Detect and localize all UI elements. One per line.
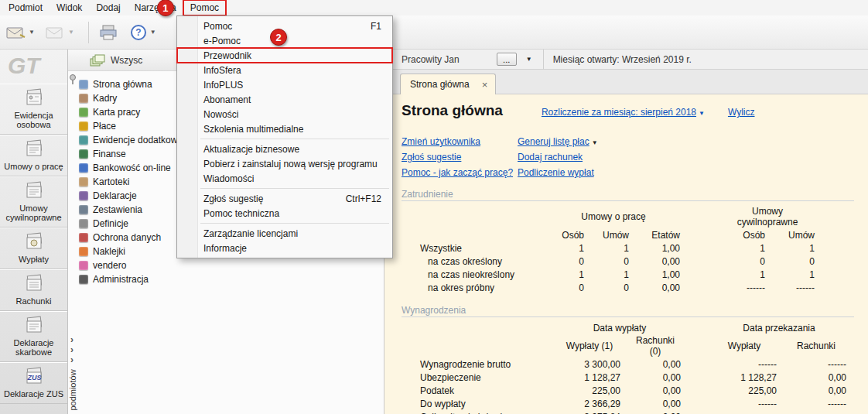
contract-icon — [22, 181, 46, 202]
table-cell — [411, 205, 542, 228]
help-menu-item-zglos-sugestie[interactable]: Zgłoś sugestięCtrl+F12 — [177, 191, 392, 206]
close-icon[interactable]: × — [482, 79, 488, 91]
section-title: Zatrudnienie — [402, 189, 854, 201]
help-menu-item-zarzadzanie-licencjami[interactable]: Zarządzanie licencjami — [177, 226, 392, 241]
menu-item-narzedzia[interactable]: Narzędzia — [128, 0, 183, 15]
value-cell: 0 — [716, 255, 770, 268]
tree-tab-label: Wszysc — [111, 55, 142, 66]
shortcut-label: Ctrl+F12 — [333, 193, 381, 204]
menu-item-dodaj[interactable]: Dodaj — [89, 0, 127, 15]
chevron-right-icon[interactable]: › — [70, 355, 73, 365]
group-header: Umowy cywilnoprawne — [716, 205, 819, 228]
menu-item-label: e-Pomoc — [203, 36, 241, 46]
printer-icon — [98, 24, 118, 41]
help-menu-item-szkolenia-multimedialne[interactable]: Szkolenia multimedialne — [177, 121, 392, 136]
menu-item-label: Pomoc techniczna — [203, 208, 279, 219]
value-cell: 1 — [770, 241, 819, 255]
payout-summary-link[interactable]: Podliczenie wypłat — [518, 167, 665, 178]
employee-more-button[interactable]: ... — [497, 53, 517, 66]
tree-item-label: Zestawienia — [93, 204, 142, 215]
help-menu-item-infosfera[interactable]: InfoSfera — [177, 63, 392, 77]
data-protection-icon — [79, 233, 88, 242]
report-suggestion-link[interactable]: Zgłoś sugestie — [402, 152, 518, 163]
settlement-month-link[interactable]: Rozliczenie za miesiąc: sierpień 2018▼ — [542, 107, 705, 118]
help-menu-item-aktualizacje-biznesowe[interactable]: Aktualizacje biznesowe — [177, 142, 392, 156]
value-cell: 0 — [542, 281, 589, 294]
print-button[interactable] — [98, 24, 118, 41]
row-label: Całkowite obciążenie — [411, 410, 554, 414]
employee-selector-value: Pracowity Jan — [402, 54, 460, 65]
table-row: na czas nieokreślony 1 1 1,00 1 1 — [411, 268, 819, 281]
module-label: Wypłaty — [2, 255, 66, 264]
value-cell: 1 — [716, 241, 770, 255]
group-header: Data przekazania — [707, 321, 851, 334]
value-cell: 0 — [542, 255, 589, 268]
tab-label: Strona główna — [410, 79, 470, 90]
generate-payroll-label: Generuj listę płac — [518, 136, 589, 147]
bill-icon — [22, 274, 46, 295]
help-menu-item-informacje[interactable]: Informacje — [177, 241, 392, 255]
table-row: na czas określony 0 0 0,00 0 0 — [411, 255, 819, 268]
menu-item-widok[interactable]: Widok — [50, 0, 89, 15]
row-label: Ubezpieczenie — [411, 371, 554, 384]
tree-item-label: Ewidencje dodatkowe — [93, 135, 183, 145]
add-bill-link[interactable]: Dodaj rachunek — [518, 152, 665, 163]
menu-separator — [200, 139, 389, 139]
module-rachunki[interactable]: Rachunki — [0, 269, 67, 311]
value-cell: 1 — [542, 241, 589, 255]
pin-icon[interactable] — [69, 74, 77, 87]
administration-icon — [79, 275, 88, 284]
tax-declaration-icon — [22, 316, 46, 337]
calculate-link[interactable]: Wylicz — [728, 107, 755, 118]
tab-strona-glowna[interactable]: Strona główna × — [400, 74, 496, 94]
help-menu-item-wiadomosci[interactable]: Wiadomości — [177, 171, 392, 186]
tree-item-administracja[interactable]: Administracja — [79, 272, 384, 286]
column-header: Umów — [589, 228, 634, 241]
module-deklaracje-skarbowe[interactable]: Deklaracje skarbowe — [0, 311, 67, 362]
help-menu-item-infoplus[interactable]: InfoPLUS — [177, 77, 392, 92]
table-row: Ubezpieczenie 1 128,27 0,00 1 128,27 0,0… — [411, 371, 851, 384]
files-icon — [79, 177, 88, 186]
menu-separator — [200, 223, 389, 224]
help-menu-item-pomoc-techniczna[interactable]: Pomoc techniczna — [177, 206, 392, 221]
value-cell: 1 — [716, 268, 770, 281]
tree-item-label: Kartoteki — [93, 176, 129, 187]
page-title: Strona główna — [402, 102, 503, 119]
chevron-down-icon[interactable]: ▼ — [150, 29, 156, 36]
table-cell — [685, 228, 716, 241]
generate-payroll-link[interactable]: Generuj listę płac▼ — [518, 136, 665, 147]
column-header: Rachunki (0) — [625, 334, 685, 358]
panel-expander[interactable]: › › › — [70, 335, 73, 365]
main-area: Pracowity Jan ... ▼ Miesiąc otwarty: Wrz… — [384, 50, 868, 414]
module-label: Deklaracje ZUS — [2, 389, 66, 399]
menu-item-label: Pobierz i zainstaluj nową wersję program… — [203, 159, 378, 169]
tree-item-label: Naklejki — [93, 246, 125, 257]
module-ewidencja-osobowa[interactable]: Ewidencja osobowa — [0, 84, 67, 135]
send-message-button[interactable]: ▼ — [6, 25, 35, 40]
records-icon — [79, 135, 88, 145]
employee-dropdown-icon[interactable]: ▼ — [526, 56, 532, 63]
help-menu-item-pobierz-nowa-wersje[interactable]: Pobierz i zainstaluj nową wersję program… — [177, 156, 392, 171]
menu-item-podmiot[interactable]: Podmiot — [2, 0, 50, 15]
module-wyplaty[interactable]: Wypłaty — [0, 228, 67, 269]
open-month-label: Miesiąc otwarty: — [553, 54, 620, 65]
module-label: Umowy o pracę — [2, 162, 66, 171]
help-button[interactable]: ? ▼ — [129, 23, 156, 42]
table-row: Wynagrodzenie brutto 3 300,00 0,00 -----… — [411, 358, 851, 371]
help-getting-started-link[interactable]: Pomoc - jak zacząć pracę? — [402, 167, 518, 178]
help-menu-item-przewodnik[interactable]: Przewodnik 2 — [177, 48, 392, 63]
help-menu-item-abonament[interactable]: Abonament — [177, 92, 392, 107]
tree-item-label: Strona główna — [93, 79, 152, 90]
value-cell: 0,00 — [625, 410, 685, 414]
change-user-link[interactable]: Zmień użytkownika — [402, 136, 518, 147]
tree-item-vendero[interactable]: vendero — [79, 258, 384, 272]
toolbar: ▼ ▼ ? ▼ — [0, 15, 868, 50]
module-umowy-cywilnoprawne[interactable]: Umowy cywilnoprawne — [0, 176, 67, 228]
chevron-down-icon[interactable]: ▼ — [29, 29, 35, 36]
module-umowy-o-prace[interactable]: Umowy o pracę — [0, 135, 67, 176]
module-deklaracje-zus[interactable]: ZUS Deklaracje ZUS — [0, 362, 67, 404]
table-cell — [411, 321, 554, 334]
help-menu-item-nowosci[interactable]: Nowości — [177, 107, 392, 121]
menu-item-pomoc[interactable]: Pomoc 1 — [183, 0, 226, 15]
gt-logo: GT — [0, 50, 67, 84]
